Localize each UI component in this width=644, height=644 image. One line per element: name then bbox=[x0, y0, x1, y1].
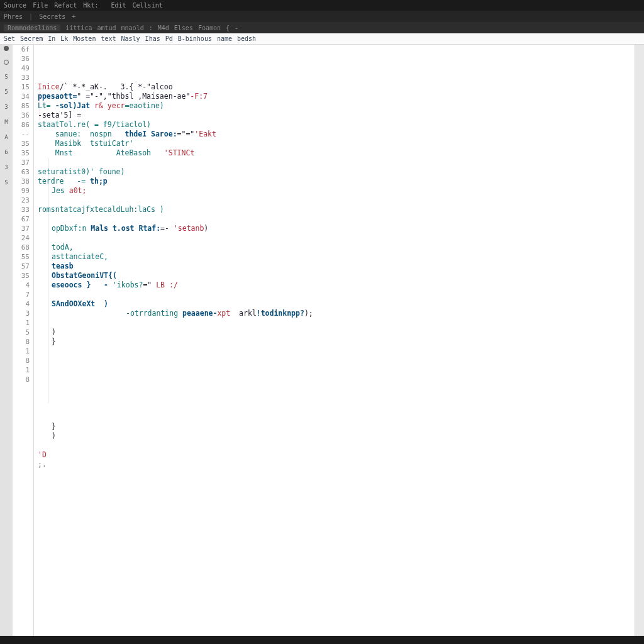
line-number: -- bbox=[13, 130, 30, 139]
line-number: 3 bbox=[13, 309, 30, 318]
code-token: =- bbox=[160, 224, 174, 233]
breadcrumb-item[interactable]: M4d bbox=[158, 25, 169, 31]
code-line[interactable] bbox=[38, 290, 635, 299]
code-line[interactable]: romsntatcajfxtecaldLuh:laCs ) bbox=[38, 205, 635, 214]
code-token: Mals t.ost Rtaf: bbox=[91, 224, 160, 233]
activity-glyph[interactable]: 6 bbox=[4, 149, 8, 155]
activity-dot-hollow-icon[interactable] bbox=[4, 60, 9, 65]
code-line[interactable] bbox=[38, 196, 635, 205]
menu-item[interactable]: Refact bbox=[54, 2, 77, 9]
line-number: 33 bbox=[13, 73, 30, 82]
code-line[interactable] bbox=[38, 441, 635, 450]
code-token: ) bbox=[52, 431, 56, 440]
activity-glyph[interactable]: 3 bbox=[4, 104, 8, 110]
code-line[interactable]: 'D bbox=[38, 450, 635, 460]
code-line[interactable] bbox=[38, 347, 635, 356]
tab[interactable]: Phres bbox=[4, 13, 23, 20]
menu-item[interactable]: File bbox=[33, 2, 48, 9]
code-line[interactable]: seturatist0)' foune) bbox=[38, 167, 635, 177]
menu-item[interactable]: Source bbox=[4, 2, 26, 9]
breadcrumb-item[interactable]: mnaold bbox=[121, 25, 144, 31]
code-line[interactable]: } bbox=[38, 337, 635, 347]
line-number: 8 bbox=[13, 375, 30, 384]
tool-item[interactable]: Secrem bbox=[20, 35, 43, 42]
breadcrumb-item: { bbox=[226, 25, 230, 31]
code-token: /` *-*_aK-. 3.{ *-"alcoo bbox=[60, 82, 173, 91]
breadcrumb-item[interactable]: amtud bbox=[97, 25, 116, 31]
activity-glyph[interactable]: S bbox=[4, 179, 8, 186]
line-number: 36 bbox=[13, 111, 30, 120]
code-line[interactable] bbox=[38, 233, 635, 243]
code-line[interactable]: -otrrdanting peaaene-xpt arkl!todinknpp?… bbox=[38, 309, 635, 318]
tool-item[interactable]: text bbox=[101, 35, 116, 42]
code-token: peaaene- bbox=[182, 309, 217, 318]
tool-item[interactable]: Lk bbox=[60, 35, 68, 42]
new-tab-button[interactable]: + bbox=[72, 13, 75, 20]
activity-glyph[interactable]: 3 bbox=[4, 164, 8, 170]
code-line[interactable] bbox=[38, 403, 635, 413]
activity-dot-filled-icon[interactable] bbox=[4, 46, 9, 51]
code-line[interactable] bbox=[38, 356, 635, 365]
activity-glyph[interactable]: S bbox=[4, 74, 8, 80]
breadcrumb-root[interactable]: Rommodeslions bbox=[4, 25, 60, 31]
code-line[interactable]: Inice/` *-*_aK-. 3.{ *-"alcoo bbox=[38, 82, 635, 92]
code-token: LB :/ bbox=[156, 280, 178, 289]
code-line[interactable]: opDbxf:n Mals t.ost Rtaf:=- 'setanb) bbox=[38, 224, 635, 233]
code-line[interactable] bbox=[38, 318, 635, 328]
code-line[interactable]: Lt= -sol)Jat r& yecr=eaotine) bbox=[38, 101, 635, 111]
code-line[interactable]: SAndOOXeXt ) bbox=[38, 299, 635, 309]
tool-item[interactable]: name bbox=[217, 35, 232, 42]
code-line[interactable] bbox=[38, 413, 635, 422]
tool-item[interactable]: bedsh bbox=[237, 35, 256, 42]
activity-glyph[interactable]: 5 bbox=[4, 89, 8, 95]
code-line[interactable]: terdre -= th;p bbox=[38, 177, 635, 186]
code-line[interactable]: ObstatGeoniVT{( bbox=[38, 271, 635, 280]
code-line[interactable] bbox=[38, 375, 635, 384]
breadcrumb-item[interactable]: iittica bbox=[65, 25, 92, 31]
code-area[interactable]: Inice/` *-*_aK-. 3.{ *-"alcooppesaott=" … bbox=[34, 45, 635, 636]
line-number: 34 bbox=[13, 92, 30, 101]
code-line[interactable]: todA, bbox=[38, 243, 635, 252]
tool-item[interactable]: Nasly bbox=[121, 35, 140, 42]
code-token: ) bbox=[204, 224, 208, 233]
tab[interactable]: Secrets bbox=[39, 13, 65, 20]
code-line[interactable]: staatTol.re( = f9/tiaclol) bbox=[38, 120, 635, 130]
activity-glyph[interactable]: M bbox=[4, 119, 8, 125]
code-line[interactable]: ) bbox=[38, 431, 635, 441]
code-line[interactable]: ;. bbox=[38, 460, 635, 469]
tool-item[interactable]: Ihas bbox=[145, 35, 160, 42]
code-line[interactable]: Mnst AteBasoh 'STINCt bbox=[38, 148, 635, 158]
line-number: 33 bbox=[13, 205, 30, 214]
code-line[interactable]: Masibk tstuiCatr' bbox=[38, 139, 635, 148]
tool-item[interactable]: Set bbox=[4, 35, 15, 42]
code-line[interactable]: } bbox=[38, 422, 635, 431]
code-line[interactable]: ppesaott=" ="-","thbsl ,Maisaen-ae"-F:7 bbox=[38, 92, 635, 101]
code-token bbox=[38, 130, 55, 138]
activity-bar: S 5 3 M A 6 3 S bbox=[0, 45, 13, 636]
code-line[interactable]: teasb bbox=[38, 262, 635, 271]
code-token: -F:7 bbox=[190, 92, 208, 101]
code-line[interactable] bbox=[38, 214, 635, 224]
code-token: =" bbox=[143, 280, 156, 289]
code-line[interactable] bbox=[38, 394, 635, 403]
code-line[interactable] bbox=[38, 365, 635, 375]
breadcrumb-item[interactable]: Elses bbox=[174, 25, 193, 31]
breadcrumb-item[interactable]: Foamon bbox=[198, 25, 221, 31]
code-line[interactable]: Jes a0t; bbox=[38, 186, 635, 196]
menu-item[interactable]: Hkt: bbox=[83, 2, 98, 9]
menu-item[interactable]: Cellsint bbox=[133, 2, 163, 9]
tool-item[interactable]: B-binhous bbox=[178, 35, 212, 42]
vertical-scrollbar[interactable] bbox=[635, 45, 644, 636]
menu-item[interactable]: Edit bbox=[111, 2, 126, 9]
code-line[interactable]: eseoocs } - 'ikobs?=" LB :/ bbox=[38, 280, 635, 290]
tool-item[interactable]: In bbox=[48, 35, 55, 42]
code-line[interactable]: asttanciateC, bbox=[38, 252, 635, 262]
code-line[interactable]: -seta'5] = bbox=[38, 111, 635, 120]
tool-item[interactable]: Mosten bbox=[73, 35, 96, 42]
code-line[interactable]: ) bbox=[38, 328, 635, 337]
code-line[interactable]: sanue: nospn thdeI Saroe:="="'Eakt bbox=[38, 130, 635, 139]
tool-item[interactable]: Pd bbox=[165, 35, 173, 42]
code-line[interactable] bbox=[38, 384, 635, 394]
code-line[interactable] bbox=[38, 158, 635, 167]
activity-glyph[interactable]: A bbox=[4, 134, 8, 140]
